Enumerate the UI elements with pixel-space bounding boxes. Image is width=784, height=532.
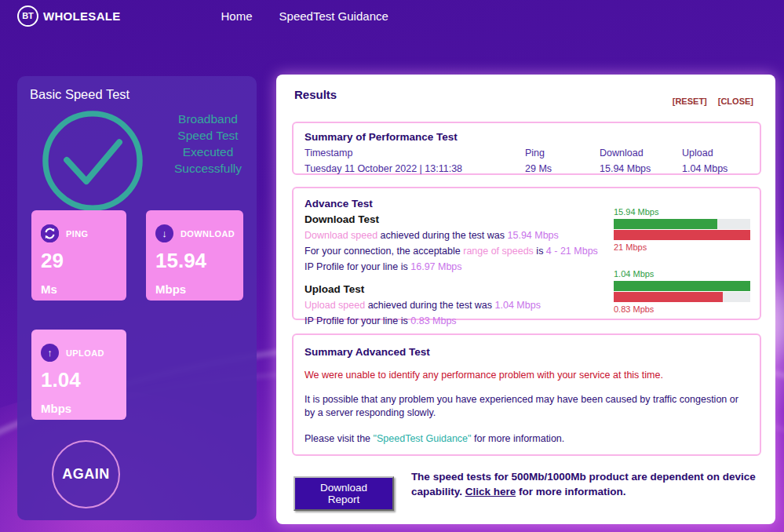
summary-advanced-title: Summary Advanced Test [304, 346, 749, 358]
results-title: Results [294, 88, 337, 101]
download-green-bar [614, 219, 750, 229]
success-line: Broadband [157, 111, 259, 127]
success-check-icon [39, 107, 146, 214]
upload-ip-profile-line: IP Profile for your line is 0.83 Mbps [304, 315, 749, 326]
download-red-bar [614, 230, 750, 240]
metric-unit: Mbps [155, 282, 234, 296]
download-speed-term: Download speed [304, 230, 377, 241]
metric-label: UPLOAD [66, 348, 104, 358]
nav-link-home[interactable]: Home [221, 9, 253, 23]
congestion-message: It is possible that any problem you have… [304, 393, 744, 420]
bt-wholesale-logo[interactable]: BT WHOLESALE [17, 5, 121, 27]
navbar: BT WHOLESALE Home SpeedTest Guidance [0, 0, 784, 31]
click-here-link[interactable]: Click here [465, 486, 516, 497]
no-problem-message: We were unable to identify any performan… [304, 370, 749, 381]
download-metric-card: ↓ DOWNLOAD 15.94 Mbps [146, 210, 243, 301]
metric-value: 29 [41, 249, 117, 273]
download-ip-profile-value: 16.97 Mbps [410, 261, 461, 272]
upload-bar-top-label: 1.04 Mbps [614, 269, 750, 279]
timestamp-label: Timestamp [304, 148, 525, 159]
timestamp-value: Tuesday 11 October 2022 | 13:11:38 [304, 163, 525, 174]
upload-bar-bottom-label: 0.83 Mpbs [614, 304, 750, 314]
guidance-message: Please visit the "SpeedTest Guidance" fo… [304, 432, 744, 446]
upload-speed-value: 1.04 Mbps [495, 300, 541, 311]
download-label: Download [600, 148, 682, 159]
summary-advanced-box: Summary Advanced Test We were unable to … [292, 333, 761, 456]
metric-unit: Ms [41, 282, 117, 296]
download-value: 15.94 Mbps [600, 163, 682, 174]
download-bar-bottom-label: 21 Mbps [614, 242, 750, 252]
ping-metric-card: PING 29 Ms [31, 210, 126, 301]
results-panel: Results [RESET] [CLOSE] Summary of Perfo… [276, 75, 775, 524]
metric-unit: Mbps [41, 402, 117, 415]
download-speed-value: 15.94 Mbps [508, 230, 559, 241]
advance-test-box: Advance Test Download Test Download spee… [292, 187, 761, 320]
close-button[interactable]: [CLOSE] [718, 97, 753, 106]
logo-wordmark: WHOLESALE [43, 9, 121, 23]
upload-value: 1.04 Mbps [682, 163, 749, 174]
range-value: 4 - 21 Mbps [546, 246, 598, 257]
sync-icon [41, 224, 59, 242]
upload-metric-card: ↑ UPLOAD 1.04 Mbps [31, 330, 126, 420]
success-line: Executed [157, 144, 259, 160]
device-capability-note: The speed tests for 500Mb/1000Mb product… [411, 469, 761, 499]
again-button[interactable]: AGAIN [52, 440, 120, 508]
speed-bars: 15.94 Mbps 21 Mbps 1.04 Mbps 0.83 Mpbs [614, 207, 750, 314]
download-bar-top-label: 15.94 Mbps [614, 207, 750, 217]
nav-link-speedtest-guidance[interactable]: SpeedTest Guidance [279, 9, 388, 23]
summary-performance-box: Summary of Performance Test Timestamp Pi… [292, 122, 761, 175]
speedtest-page: BT WHOLESALE Home SpeedTest Guidance Bas… [0, 0, 784, 532]
up-arrow-icon: ↑ [41, 344, 59, 362]
download-report-button[interactable]: Download Report [294, 476, 394, 511]
summary-performance-title: Summary of Performance Test [304, 131, 749, 143]
basic-speed-test-panel: Basic Speed Test Broadband Speed Test Ex… [17, 76, 257, 520]
panel-actions: [RESET] [CLOSE] [673, 97, 753, 106]
panel-title: Basic Speed Test [30, 87, 129, 102]
down-arrow-icon: ↓ [155, 224, 173, 242]
success-line: Speed Test [157, 127, 259, 144]
metric-label: DOWNLOAD [181, 229, 235, 239]
upload-green-bar [614, 281, 750, 291]
upload-label: Upload [682, 148, 749, 159]
upload-ip-profile-value: 0.83 Mbps [410, 315, 456, 326]
bt-logo-text: BT [22, 11, 34, 20]
nav-links: Home SpeedTest Guidance [221, 9, 388, 23]
results-footer: Download Report The speed tests for 500M… [294, 469, 761, 511]
range-of-speeds-term: range of speeds [463, 246, 534, 257]
success-line: Successfully [157, 160, 259, 177]
metric-value: 15.94 [155, 249, 234, 273]
metric-label: PING [66, 229, 89, 239]
success-message: Broadband Speed Test Executed Successful… [157, 111, 259, 177]
ping-value: 29 Ms [525, 163, 600, 174]
ping-label: Ping [525, 148, 600, 159]
upload-speed-term: Upload speed [304, 300, 365, 311]
upload-red-bar [614, 292, 750, 302]
reset-button[interactable]: [RESET] [673, 97, 707, 106]
metric-value: 1.04 [41, 368, 117, 392]
speedtest-guidance-link[interactable]: "SpeedTest Guidance" [374, 433, 472, 444]
bt-logo-icon: BT [17, 5, 38, 27]
